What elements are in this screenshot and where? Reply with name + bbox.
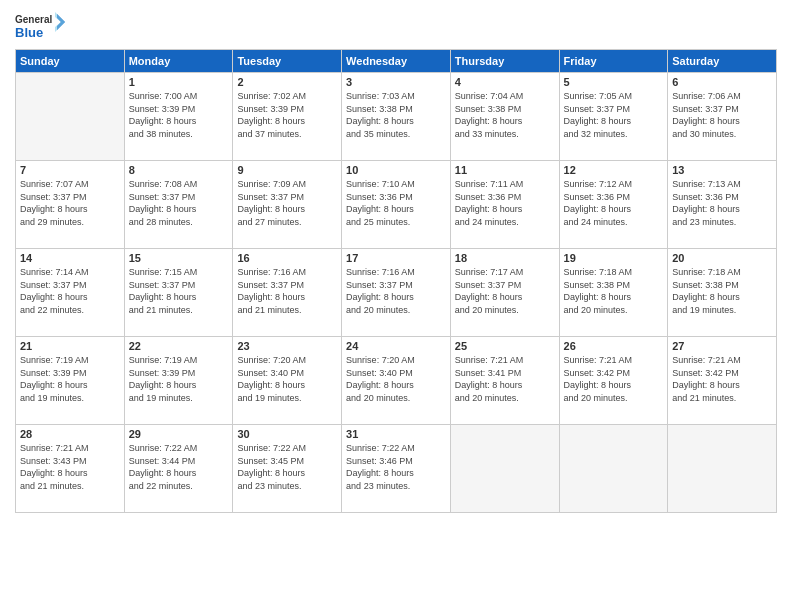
calendar-cell: 17Sunrise: 7:16 AMSunset: 3:37 PMDayligh… xyxy=(342,249,451,337)
calendar-cell: 28Sunrise: 7:21 AMSunset: 3:43 PMDayligh… xyxy=(16,425,125,513)
day-number: 23 xyxy=(237,340,337,352)
day-number: 17 xyxy=(346,252,446,264)
cell-info: Sunrise: 7:21 AMSunset: 3:43 PMDaylight:… xyxy=(20,442,120,492)
day-number: 7 xyxy=(20,164,120,176)
calendar-cell: 27Sunrise: 7:21 AMSunset: 3:42 PMDayligh… xyxy=(668,337,777,425)
cell-info: Sunrise: 7:07 AMSunset: 3:37 PMDaylight:… xyxy=(20,178,120,228)
day-number: 27 xyxy=(672,340,772,352)
calendar-cell xyxy=(450,425,559,513)
day-number: 13 xyxy=(672,164,772,176)
calendar-cell: 21Sunrise: 7:19 AMSunset: 3:39 PMDayligh… xyxy=(16,337,125,425)
calendar-cell xyxy=(668,425,777,513)
day-number: 9 xyxy=(237,164,337,176)
week-row-0: 1Sunrise: 7:00 AMSunset: 3:39 PMDaylight… xyxy=(16,73,777,161)
calendar-page: General Blue SundayMondayTuesdayWednesda… xyxy=(0,0,792,612)
cell-info: Sunrise: 7:11 AMSunset: 3:36 PMDaylight:… xyxy=(455,178,555,228)
day-number: 14 xyxy=(20,252,120,264)
cell-info: Sunrise: 7:00 AMSunset: 3:39 PMDaylight:… xyxy=(129,90,229,140)
week-row-1: 7Sunrise: 7:07 AMSunset: 3:37 PMDaylight… xyxy=(16,161,777,249)
cell-info: Sunrise: 7:19 AMSunset: 3:39 PMDaylight:… xyxy=(20,354,120,404)
day-header-sunday: Sunday xyxy=(16,50,125,73)
cell-info: Sunrise: 7:20 AMSunset: 3:40 PMDaylight:… xyxy=(346,354,446,404)
calendar-cell: 24Sunrise: 7:20 AMSunset: 3:40 PMDayligh… xyxy=(342,337,451,425)
calendar-cell: 3Sunrise: 7:03 AMSunset: 3:38 PMDaylight… xyxy=(342,73,451,161)
cell-info: Sunrise: 7:16 AMSunset: 3:37 PMDaylight:… xyxy=(346,266,446,316)
cell-info: Sunrise: 7:02 AMSunset: 3:39 PMDaylight:… xyxy=(237,90,337,140)
cell-info: Sunrise: 7:03 AMSunset: 3:38 PMDaylight:… xyxy=(346,90,446,140)
day-number: 16 xyxy=(237,252,337,264)
day-number: 1 xyxy=(129,76,229,88)
calendar-cell: 2Sunrise: 7:02 AMSunset: 3:39 PMDaylight… xyxy=(233,73,342,161)
header: General Blue xyxy=(15,10,777,45)
calendar-cell: 1Sunrise: 7:00 AMSunset: 3:39 PMDaylight… xyxy=(124,73,233,161)
day-header-saturday: Saturday xyxy=(668,50,777,73)
day-number: 29 xyxy=(129,428,229,440)
cell-info: Sunrise: 7:15 AMSunset: 3:37 PMDaylight:… xyxy=(129,266,229,316)
day-number: 15 xyxy=(129,252,229,264)
cell-info: Sunrise: 7:21 AMSunset: 3:42 PMDaylight:… xyxy=(564,354,664,404)
svg-text:Blue: Blue xyxy=(15,25,43,40)
day-header-thursday: Thursday xyxy=(450,50,559,73)
cell-info: Sunrise: 7:14 AMSunset: 3:37 PMDaylight:… xyxy=(20,266,120,316)
calendar-cell: 13Sunrise: 7:13 AMSunset: 3:36 PMDayligh… xyxy=(668,161,777,249)
cell-info: Sunrise: 7:19 AMSunset: 3:39 PMDaylight:… xyxy=(129,354,229,404)
day-header-wednesday: Wednesday xyxy=(342,50,451,73)
calendar-cell: 23Sunrise: 7:20 AMSunset: 3:40 PMDayligh… xyxy=(233,337,342,425)
day-header-tuesday: Tuesday xyxy=(233,50,342,73)
cell-info: Sunrise: 7:21 AMSunset: 3:42 PMDaylight:… xyxy=(672,354,772,404)
calendar-cell: 8Sunrise: 7:08 AMSunset: 3:37 PMDaylight… xyxy=(124,161,233,249)
day-number: 12 xyxy=(564,164,664,176)
calendar-cell: 16Sunrise: 7:16 AMSunset: 3:37 PMDayligh… xyxy=(233,249,342,337)
calendar-cell: 11Sunrise: 7:11 AMSunset: 3:36 PMDayligh… xyxy=(450,161,559,249)
day-number: 30 xyxy=(237,428,337,440)
logo: General Blue xyxy=(15,10,65,45)
calendar-cell: 5Sunrise: 7:05 AMSunset: 3:37 PMDaylight… xyxy=(559,73,668,161)
day-number: 11 xyxy=(455,164,555,176)
calendar-cell: 29Sunrise: 7:22 AMSunset: 3:44 PMDayligh… xyxy=(124,425,233,513)
day-number: 28 xyxy=(20,428,120,440)
day-number: 25 xyxy=(455,340,555,352)
svg-text:General: General xyxy=(15,14,52,25)
calendar-cell: 4Sunrise: 7:04 AMSunset: 3:38 PMDaylight… xyxy=(450,73,559,161)
calendar-cell xyxy=(559,425,668,513)
day-number: 19 xyxy=(564,252,664,264)
cell-info: Sunrise: 7:10 AMSunset: 3:36 PMDaylight:… xyxy=(346,178,446,228)
calendar-table: SundayMondayTuesdayWednesdayThursdayFrid… xyxy=(15,49,777,513)
header-row: SundayMondayTuesdayWednesdayThursdayFrid… xyxy=(16,50,777,73)
cell-info: Sunrise: 7:12 AMSunset: 3:36 PMDaylight:… xyxy=(564,178,664,228)
day-number: 2 xyxy=(237,76,337,88)
calendar-cell: 22Sunrise: 7:19 AMSunset: 3:39 PMDayligh… xyxy=(124,337,233,425)
cell-info: Sunrise: 7:17 AMSunset: 3:37 PMDaylight:… xyxy=(455,266,555,316)
calendar-cell: 12Sunrise: 7:12 AMSunset: 3:36 PMDayligh… xyxy=(559,161,668,249)
day-header-friday: Friday xyxy=(559,50,668,73)
svg-marker-3 xyxy=(55,12,65,32)
day-number: 6 xyxy=(672,76,772,88)
cell-info: Sunrise: 7:20 AMSunset: 3:40 PMDaylight:… xyxy=(237,354,337,404)
day-number: 10 xyxy=(346,164,446,176)
day-number: 21 xyxy=(20,340,120,352)
cell-info: Sunrise: 7:09 AMSunset: 3:37 PMDaylight:… xyxy=(237,178,337,228)
calendar-cell: 31Sunrise: 7:22 AMSunset: 3:46 PMDayligh… xyxy=(342,425,451,513)
day-number: 3 xyxy=(346,76,446,88)
calendar-cell: 26Sunrise: 7:21 AMSunset: 3:42 PMDayligh… xyxy=(559,337,668,425)
cell-info: Sunrise: 7:22 AMSunset: 3:46 PMDaylight:… xyxy=(346,442,446,492)
calendar-cell: 15Sunrise: 7:15 AMSunset: 3:37 PMDayligh… xyxy=(124,249,233,337)
cell-info: Sunrise: 7:06 AMSunset: 3:37 PMDaylight:… xyxy=(672,90,772,140)
calendar-cell: 19Sunrise: 7:18 AMSunset: 3:38 PMDayligh… xyxy=(559,249,668,337)
day-number: 20 xyxy=(672,252,772,264)
calendar-cell: 10Sunrise: 7:10 AMSunset: 3:36 PMDayligh… xyxy=(342,161,451,249)
day-number: 18 xyxy=(455,252,555,264)
cell-info: Sunrise: 7:22 AMSunset: 3:44 PMDaylight:… xyxy=(129,442,229,492)
day-number: 31 xyxy=(346,428,446,440)
cell-info: Sunrise: 7:18 AMSunset: 3:38 PMDaylight:… xyxy=(672,266,772,316)
day-number: 5 xyxy=(564,76,664,88)
calendar-cell: 20Sunrise: 7:18 AMSunset: 3:38 PMDayligh… xyxy=(668,249,777,337)
week-row-3: 21Sunrise: 7:19 AMSunset: 3:39 PMDayligh… xyxy=(16,337,777,425)
logo-svg: General Blue xyxy=(15,10,65,45)
day-number: 26 xyxy=(564,340,664,352)
calendar-cell: 7Sunrise: 7:07 AMSunset: 3:37 PMDaylight… xyxy=(16,161,125,249)
week-row-4: 28Sunrise: 7:21 AMSunset: 3:43 PMDayligh… xyxy=(16,425,777,513)
day-number: 4 xyxy=(455,76,555,88)
cell-info: Sunrise: 7:21 AMSunset: 3:41 PMDaylight:… xyxy=(455,354,555,404)
day-header-monday: Monday xyxy=(124,50,233,73)
